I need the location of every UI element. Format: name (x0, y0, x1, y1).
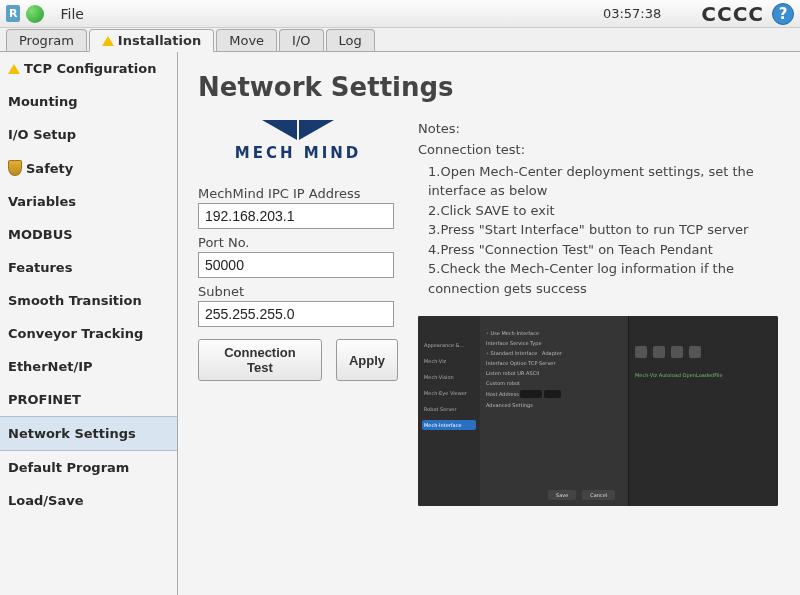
preview-text: Host Address (486, 391, 519, 397)
apply-button[interactable]: Apply (336, 339, 398, 381)
sidebar-item-variables[interactable]: Variables (0, 185, 177, 218)
content-panel: Network Settings MECH MIND MechMind IPC … (178, 52, 800, 595)
tab-log[interactable]: Log (326, 29, 375, 51)
sidebar-item-label: I/O Setup (8, 127, 76, 142)
header-bar: R File 03:57:38 CCCC ? (0, 0, 800, 28)
logo-text: MECH MIND (235, 144, 361, 162)
page-title: Network Settings (198, 72, 780, 102)
tab-label: Move (229, 33, 264, 48)
tab-program[interactable]: Program (6, 29, 87, 51)
sidebar-item-label: TCP Configuration (24, 61, 156, 76)
sidebar-item-label: EtherNet/IP (8, 359, 93, 374)
sidebar-item-label: Safety (26, 161, 73, 176)
preview-sb-item: Mech-Eye Viewer (422, 388, 476, 398)
sidebar-item-ethernet-ip[interactable]: EtherNet/IP (0, 350, 177, 383)
notes-subheading: Connection test: (418, 141, 780, 160)
preview-text: Interface Option TCP Server (486, 360, 622, 366)
port-label: Port No. (198, 235, 398, 250)
logo-shape-icon (262, 120, 297, 140)
preview-text: Custom robot (486, 380, 622, 386)
warning-icon (8, 64, 20, 74)
sidebar-item-label: Features (8, 260, 72, 275)
sidebar-item-profinet[interactable]: PROFINET (0, 383, 177, 416)
note-step: 3.Press "Start Interface" button to run … (418, 220, 780, 240)
main-area: TCP Configuration Mounting I/O Setup Saf… (0, 52, 800, 595)
note-step: 5.Check the Mech-Center log information … (418, 259, 780, 298)
sidebar-item-label: Mounting (8, 94, 78, 109)
sidebar-item-features[interactable]: Features (0, 251, 177, 284)
status-badge: CCCC (701, 2, 764, 26)
sidebar: TCP Configuration Mounting I/O Setup Saf… (0, 52, 178, 595)
notes-column: Notes: Connection test: 1.Open Mech-Cent… (418, 120, 780, 506)
mechmind-logo: MECH MIND (198, 120, 398, 162)
sidebar-item-label: Smooth Transition (8, 293, 142, 308)
sidebar-item-load-save[interactable]: Load/Save (0, 484, 177, 517)
sidebar-item-label: PROFINET (8, 392, 81, 407)
preview-sb-item: Mech-Interface (422, 420, 476, 430)
tab-label: I/O (292, 33, 310, 48)
sidebar-item-io-setup[interactable]: I/O Setup (0, 118, 177, 151)
screenshot-preview: Appearance &... Mech-Viz Mech-Vision Mec… (418, 316, 778, 506)
ur-logo: R (6, 5, 20, 22)
sidebar-item-label: Conveyor Tracking (8, 326, 143, 341)
sidebar-item-label: Network Settings (8, 426, 136, 441)
sidebar-item-default-program[interactable]: Default Program (0, 451, 177, 484)
tab-io[interactable]: I/O (279, 29, 323, 51)
preview-sb-item: Appearance &... (422, 340, 476, 350)
shield-icon (8, 160, 22, 176)
preview-text: Advanced Settings (486, 402, 622, 408)
preview-sb-item: Mech-Vision (422, 372, 476, 382)
preview-tool-icon (689, 346, 701, 358)
preview-tool-icon (671, 346, 683, 358)
preview-save-button: Save (548, 490, 576, 500)
globe-icon[interactable] (26, 5, 44, 23)
sidebar-item-conveyor-tracking[interactable]: Conveyor Tracking (0, 317, 177, 350)
preview-text: Adapter (542, 350, 562, 356)
tab-move[interactable]: Move (216, 29, 277, 51)
sidebar-item-label: Load/Save (8, 493, 83, 508)
subnet-input[interactable] (198, 301, 394, 327)
sidebar-item-label: Default Program (8, 460, 129, 475)
preview-text: Listen robot UR ASCII (486, 370, 539, 376)
sidebar-item-modbus[interactable]: MODBUS (0, 218, 177, 251)
subnet-label: Subnet (198, 284, 398, 299)
preview-text: Interface Service Type (486, 340, 622, 346)
tab-label: Log (339, 33, 362, 48)
note-step: 1.Open Mech-Center deployment settings, … (418, 162, 780, 201)
sidebar-item-mounting[interactable]: Mounting (0, 85, 177, 118)
ip-input[interactable] (198, 203, 394, 229)
sidebar-item-network-settings[interactable]: Network Settings (0, 416, 177, 451)
tab-label: Program (19, 33, 74, 48)
help-icon[interactable]: ? (772, 3, 794, 25)
preview-text: Standard Interface (491, 350, 538, 356)
form-column: MECH MIND MechMind IPC IP Address Port N… (198, 120, 398, 506)
connection-test-button[interactable]: Connection Test (198, 339, 322, 381)
port-input[interactable] (198, 252, 394, 278)
preview-tool-icon (653, 346, 665, 358)
preview-tool-icon (635, 346, 647, 358)
note-step: 2.Click SAVE to exit (418, 201, 780, 221)
preview-cancel-button: Cancel (582, 490, 615, 500)
tab-installation[interactable]: Installation (89, 29, 214, 52)
preview-sb-item: Robot Server (422, 404, 476, 414)
ip-label: MechMind IPC IP Address (198, 186, 398, 201)
warning-icon (102, 36, 114, 46)
sidebar-item-label: Variables (8, 194, 76, 209)
note-step: 4.Press "Connection Test" on Teach Penda… (418, 240, 780, 260)
clock-display: 03:57:38 (603, 6, 661, 21)
tab-bar: Program Installation Move I/O Log (0, 28, 800, 52)
ur-logo-box: R (6, 5, 20, 22)
file-menu[interactable]: File (54, 4, 89, 24)
sidebar-item-label: MODBUS (8, 227, 73, 242)
sidebar-item-smooth-transition[interactable]: Smooth Transition (0, 284, 177, 317)
preview-log-text: Mech-Viz Autoload OpenLoadedFile (635, 372, 772, 378)
logo-shape-icon (299, 120, 334, 140)
sidebar-item-tcp-configuration[interactable]: TCP Configuration (0, 52, 177, 85)
sidebar-item-safety[interactable]: Safety (0, 151, 177, 185)
preview-sb-item: Mech-Viz (422, 356, 476, 366)
notes-heading: Notes: (418, 120, 780, 139)
tab-label: Installation (118, 33, 201, 48)
preview-text: Use Mech-Interface (486, 330, 622, 336)
